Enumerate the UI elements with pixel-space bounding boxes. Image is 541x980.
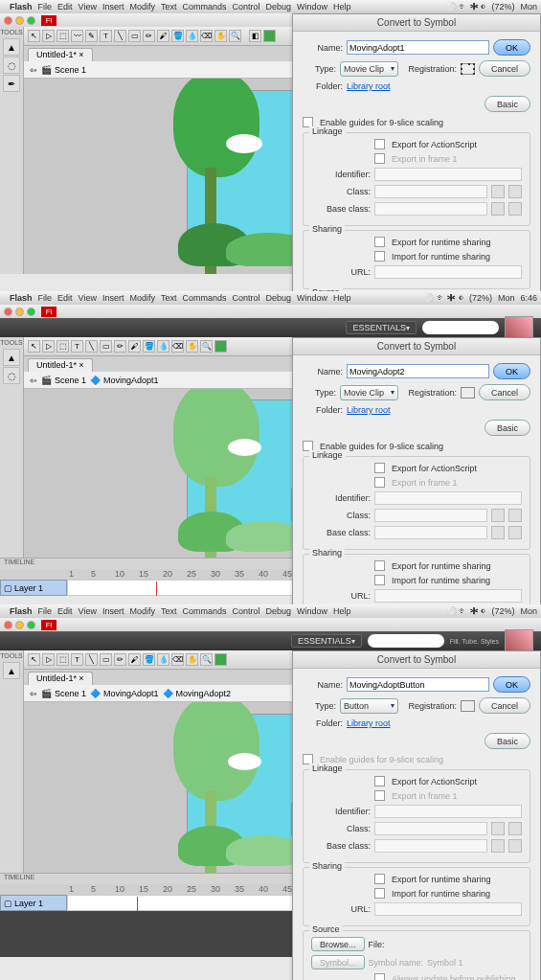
edit-icon[interactable] <box>508 509 522 522</box>
document-tab[interactable]: Untitled-1* × <box>28 358 93 372</box>
min-dot-icon[interactable] <box>15 16 24 25</box>
type-select[interactable]: Button <box>340 698 398 714</box>
export-as-checkbox[interactable] <box>374 139 385 149</box>
close-dot-icon[interactable] <box>4 621 12 629</box>
cancel-button[interactable]: Cancel <box>479 384 530 400</box>
menu-file[interactable]: File <box>38 293 53 303</box>
pencil-tool-icon[interactable]: ✏ <box>143 30 155 42</box>
subsel-tool-icon[interactable]: ▷ <box>42 653 55 666</box>
baseclass-input[interactable] <box>374 202 487 216</box>
menu-edit[interactable]: Edit <box>57 2 73 11</box>
menu-debug[interactable]: Debug <box>265 2 291 11</box>
identifier-input[interactable] <box>374 168 522 181</box>
zoom-dot-icon[interactable] <box>27 621 35 629</box>
breadcrumb-symbol2[interactable]: MovingAdopt2 <box>176 689 232 698</box>
status-icons[interactable]: ⚪ ᯤ ✱ ◐ <box>423 293 463 303</box>
browse-button[interactable]: Browse... <box>311 937 365 951</box>
pencil-tool-icon[interactable]: ✏ <box>114 340 126 353</box>
bucket-tool-icon[interactable]: 🪣 <box>143 340 155 353</box>
panel-thumb[interactable] <box>505 316 533 339</box>
url-input[interactable] <box>374 265 522 279</box>
subsel-tool-icon[interactable]: ▷ <box>42 340 55 353</box>
breadcrumb-scene[interactable]: Scene 1 <box>55 376 86 385</box>
playhead-icon[interactable] <box>156 581 157 596</box>
ok-button[interactable]: OK <box>493 363 530 379</box>
close-tab-icon[interactable]: × <box>79 673 83 683</box>
hand-tool-icon[interactable]: ✋ <box>186 340 198 353</box>
pen-tool-icon[interactable]: ✒ <box>3 75 20 92</box>
min-dot-icon[interactable] <box>15 621 24 629</box>
validate-icon[interactable] <box>491 509 505 522</box>
close-tab-icon[interactable]: × <box>79 360 83 370</box>
menu-commands[interactable]: Commands <box>182 606 226 616</box>
brush-tool-icon[interactable]: 🖌 <box>128 340 141 353</box>
menu-view[interactable]: View <box>79 606 97 616</box>
validate-icon[interactable] <box>491 839 505 853</box>
basic-button[interactable]: Basic <box>485 96 530 112</box>
panel-thumb[interactable] <box>505 629 533 652</box>
folder-link[interactable]: Library root <box>347 718 391 728</box>
select-tool-icon[interactable]: ▲ <box>3 662 20 679</box>
menu-insert[interactable]: Insert <box>102 293 124 303</box>
layer-name[interactable]: Layer 1 <box>14 583 43 593</box>
edit-icon[interactable] <box>508 526 522 539</box>
cancel-button[interactable]: Cancel <box>479 60 530 77</box>
export-rt-checkbox[interactable] <box>374 560 385 571</box>
playhead-icon[interactable] <box>137 897 138 911</box>
menu-text[interactable]: Text <box>161 293 177 303</box>
workspace-switcher[interactable]: ESSENTIALS ▾ <box>346 321 417 334</box>
type-select[interactable]: Movie Clip <box>340 385 398 400</box>
ok-button[interactable]: OK <box>493 39 530 56</box>
identifier-input[interactable] <box>374 805 522 818</box>
layer-name[interactable]: Layer 1 <box>14 899 43 908</box>
baseclass-input[interactable] <box>374 839 487 853</box>
import-rt-checkbox[interactable] <box>374 575 385 585</box>
menu-window[interactable]: Window <box>297 2 327 11</box>
import-rt-checkbox[interactable] <box>374 888 385 899</box>
menu-help[interactable]: Help <box>333 293 351 303</box>
hand-tool-icon[interactable]: ✋ <box>186 653 198 666</box>
menu-edit[interactable]: Edit <box>57 293 73 303</box>
cancel-button[interactable]: Cancel <box>479 697 530 714</box>
erase-tool-icon[interactable]: ⌫ <box>171 340 184 353</box>
hand-tool-icon[interactable]: ✋ <box>214 30 227 42</box>
min-dot-icon[interactable] <box>15 308 24 316</box>
document-tab[interactable]: Untitled-1* × <box>28 672 93 685</box>
baseclass-input[interactable] <box>374 526 487 539</box>
close-dot-icon[interactable] <box>4 16 12 25</box>
menu-insert[interactable]: Insert <box>102 2 124 11</box>
text-tool-icon[interactable]: T <box>71 653 83 666</box>
menu-control[interactable]: Control <box>232 2 259 11</box>
layer-row[interactable]: ▢Layer 1 <box>0 895 67 911</box>
ok-button[interactable]: OK <box>493 676 530 693</box>
menu-window[interactable]: Window <box>297 293 327 303</box>
class-input[interactable] <box>374 822 487 835</box>
zoom-tool-icon[interactable]: 🔍 <box>200 653 213 666</box>
wifi-icon[interactable]: ⚪ ᯤ ✱ ◐ <box>446 2 486 11</box>
layer-row[interactable]: ▢Layer 1 <box>0 580 67 596</box>
bucket-tool-icon[interactable]: 🪣 <box>171 30 184 42</box>
menu-view[interactable]: View <box>79 2 97 11</box>
app-name[interactable]: Flash <box>10 2 33 11</box>
rect-tool-icon[interactable]: ▭ <box>100 340 112 353</box>
export-as-checkbox[interactable] <box>374 463 385 473</box>
search-input[interactable] <box>368 634 444 648</box>
menu-file[interactable]: File <box>38 2 53 11</box>
menu-control[interactable]: Control <box>232 293 259 303</box>
export-as-checkbox[interactable] <box>374 776 385 786</box>
menu-modify[interactable]: Modify <box>129 606 155 616</box>
menu-debug[interactable]: Debug <box>265 606 291 616</box>
brush-tool-icon[interactable]: 🖌 <box>128 653 141 666</box>
rect-tool-icon[interactable]: ▭ <box>100 653 112 666</box>
registration-grid[interactable] <box>461 387 475 399</box>
lasso-tool-icon[interactable]: ◌ <box>3 367 20 384</box>
validate-icon[interactable] <box>491 526 505 539</box>
menu-help[interactable]: Help <box>333 606 351 616</box>
import-rt-checkbox[interactable] <box>374 251 385 262</box>
breadcrumb-symbol[interactable]: MovingAdopt1 <box>103 376 159 385</box>
menu-edit[interactable]: Edit <box>57 606 73 616</box>
side-tabs[interactable]: Fill. Tube. Styles <box>450 638 499 645</box>
name-input[interactable] <box>347 364 489 378</box>
workspace-switcher[interactable]: ESSENTIALS ▾ <box>291 634 362 648</box>
export-rt-checkbox[interactable] <box>374 874 385 884</box>
